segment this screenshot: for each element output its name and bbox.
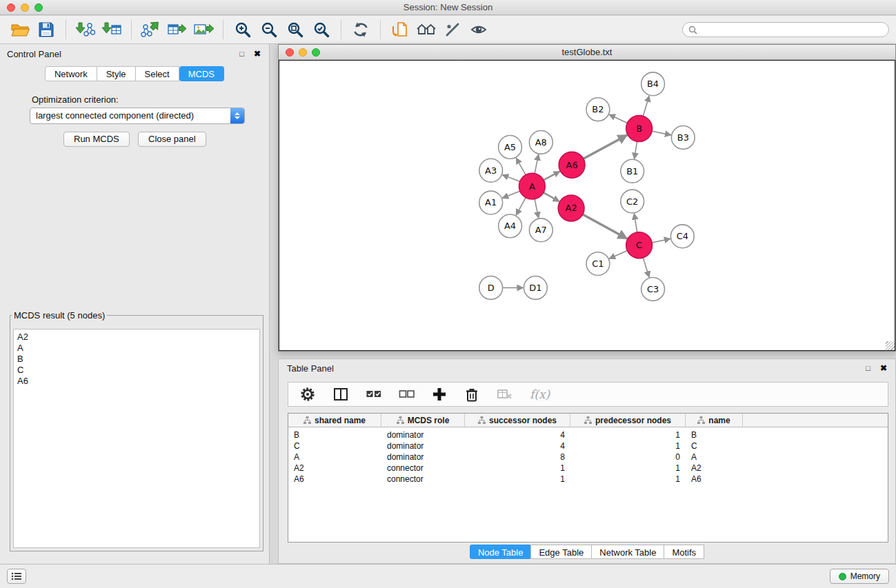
- graph-node-C2[interactable]: C2: [621, 190, 644, 213]
- graph-node-A2[interactable]: A2: [558, 195, 584, 221]
- column-header-predecessor-nodes[interactable]: predecessor nodes: [570, 414, 686, 427]
- table-settings-button[interactable]: [299, 386, 316, 403]
- tab-select[interactable]: Select: [136, 66, 179, 81]
- graph-edge-A6-B[interactable]: [584, 135, 627, 159]
- task-history-button[interactable]: [7, 569, 26, 584]
- table-row[interactable]: Bdominator41B: [288, 429, 888, 440]
- table-close-icon[interactable]: ✖: [880, 363, 887, 373]
- export-table-button[interactable]: [164, 18, 190, 41]
- table-row[interactable]: Adominator80A: [288, 452, 888, 463]
- graph-node-B3[interactable]: B3: [671, 126, 695, 150]
- svg-text:D: D: [488, 283, 495, 293]
- zoom-in-button[interactable]: [230, 18, 256, 41]
- homes-button[interactable]: [413, 18, 439, 41]
- graph-node-B[interactable]: B: [626, 116, 653, 142]
- network-zoom-button[interactable]: [312, 48, 320, 57]
- float-panel-icon[interactable]: □: [239, 50, 244, 58]
- graph-edge-A-A1[interactable]: [502, 191, 520, 198]
- graph-edge-B-B2[interactable]: [609, 114, 627, 123]
- close-panel-button[interactable]: Close panel: [138, 132, 206, 147]
- graph-node-A[interactable]: A: [519, 173, 545, 199]
- tab-network-table[interactable]: Network Table: [591, 545, 664, 559]
- close-panel-icon[interactable]: ✖: [254, 49, 261, 59]
- table-row[interactable]: A6connector11A6: [288, 474, 888, 485]
- zoom-window-button[interactable]: [34, 3, 43, 12]
- table-float-icon[interactable]: □: [866, 364, 870, 372]
- tab-style[interactable]: Style: [97, 66, 136, 81]
- graph-edge-A-A4[interactable]: [516, 198, 526, 215]
- table-row[interactable]: Cdominator41C: [288, 440, 888, 452]
- network-canvas[interactable]: B4B2BB3A8A5A6B1A3AA1C2A2A4A7C4CC1C3DD1: [279, 60, 895, 351]
- graph-node-A7[interactable]: A7: [529, 219, 552, 242]
- tab-edge-table[interactable]: Edge Table: [530, 545, 592, 559]
- graph-edge-C-C1[interactable]: [609, 250, 627, 258]
- graph-node-C3[interactable]: C3: [641, 278, 665, 301]
- import-table-button[interactable]: [99, 18, 125, 41]
- tab-node-table[interactable]: Node Table: [470, 545, 532, 559]
- graph-edge-C-C4[interactable]: [652, 239, 670, 243]
- export-network-button[interactable]: [138, 18, 164, 41]
- show-columns-button[interactable]: [332, 386, 349, 403]
- graph-node-A4[interactable]: A4: [499, 214, 522, 238]
- graph-edge-A-A2[interactable]: [544, 192, 559, 201]
- graph-edge-A-A7[interactable]: [535, 199, 539, 219]
- graph-edge-A-A8[interactable]: [535, 154, 539, 174]
- graph-edge-C-C3[interactable]: [643, 258, 649, 278]
- graph-edge-B-B1[interactable]: [635, 141, 637, 159]
- column-header-name[interactable]: name: [686, 414, 743, 427]
- delete-column-button[interactable]: [464, 386, 480, 403]
- graph-node-C1[interactable]: C1: [586, 252, 610, 276]
- import-network-button[interactable]: [72, 18, 99, 41]
- graph-node-C[interactable]: C: [626, 232, 653, 258]
- zoom-selected-button[interactable]: [308, 18, 335, 41]
- network-close-button[interactable]: [286, 48, 294, 57]
- network-minimize-button[interactable]: [299, 48, 307, 57]
- column-header-shared-name[interactable]: shared name: [288, 414, 381, 427]
- show-hide-button[interactable]: [466, 18, 492, 41]
- open-session-button[interactable]: [7, 18, 33, 41]
- graph-edge-A-A5[interactable]: [516, 158, 526, 175]
- graph-node-B4[interactable]: B4: [641, 72, 665, 96]
- graph-edge-C-C2[interactable]: [634, 214, 637, 232]
- graph-node-A8[interactable]: A8: [529, 131, 552, 154]
- graph-node-B1[interactable]: B1: [621, 159, 644, 183]
- graphics-details-button[interactable]: [439, 18, 466, 41]
- tab-motifs[interactable]: Motifs: [664, 545, 704, 559]
- tab-network[interactable]: Network: [45, 66, 97, 81]
- search-input[interactable]: [701, 25, 883, 35]
- graph-node-B2[interactable]: B2: [586, 98, 610, 121]
- close-window-button[interactable]: [7, 3, 15, 12]
- refresh-button[interactable]: [348, 18, 374, 41]
- deselect-all-button[interactable]: [399, 387, 415, 401]
- criterion-select[interactable]: largest connected component (directed): [30, 108, 245, 124]
- column-header-MCDS-role[interactable]: MCDS role: [381, 414, 465, 427]
- graph-node-A3[interactable]: A3: [479, 159, 503, 182]
- graph-node-D[interactable]: D: [479, 276, 503, 300]
- tab-mcds[interactable]: MCDS: [179, 66, 224, 81]
- graph-node-A1[interactable]: A1: [479, 191, 503, 214]
- graph-node-C4[interactable]: C4: [670, 225, 694, 248]
- select-all-button[interactable]: [366, 387, 382, 401]
- column-header-successor-nodes[interactable]: successor nodes: [465, 414, 570, 427]
- graph-node-A6[interactable]: A6: [559, 152, 585, 178]
- add-column-button[interactable]: [432, 387, 447, 402]
- graph-edge-A2-C[interactable]: [583, 214, 627, 239]
- graph-node-A5[interactable]: A5: [499, 135, 522, 159]
- zoom-out-button[interactable]: [256, 18, 282, 41]
- save-session-button[interactable]: [33, 18, 59, 41]
- duplicate-network-button[interactable]: [387, 18, 413, 41]
- graph-edge-A-A6[interactable]: [544, 172, 559, 181]
- run-mcds-button[interactable]: Run MCDS: [63, 132, 130, 147]
- select-stepper[interactable]: [230, 108, 244, 123]
- export-image-button[interactable]: [190, 18, 217, 41]
- graph-node-D1[interactable]: D1: [524, 276, 547, 300]
- resize-grip[interactable]: [886, 341, 895, 350]
- network-graph[interactable]: B4B2BB3A8A5A6B1A3AA1C2A2A4A7C4CC1C3DD1: [279, 61, 895, 350]
- graph-edge-A-A3[interactable]: [502, 175, 519, 182]
- zoom-fit-button[interactable]: [282, 18, 308, 41]
- memory-button[interactable]: Memory: [830, 569, 889, 584]
- minimize-window-button[interactable]: [21, 3, 29, 12]
- graph-edge-B-B4[interactable]: [643, 96, 649, 116]
- table-row[interactable]: A2connector11A2: [288, 463, 888, 474]
- graph-edge-B-B3[interactable]: [652, 131, 671, 135]
